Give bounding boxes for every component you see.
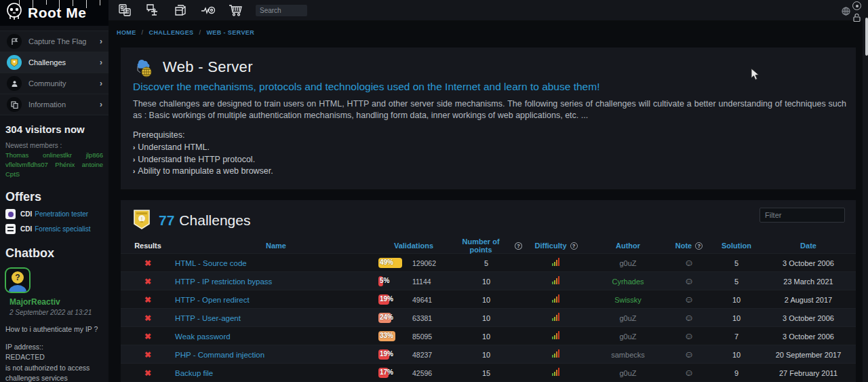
not-validated-icon: ✖ xyxy=(144,313,151,323)
chat-line: IP address:: xyxy=(5,342,103,352)
validation-count: 11144 xyxy=(412,278,431,286)
category-card: Web - Server Discover the mechanisms, pr… xyxy=(121,47,856,189)
member-link[interactable]: onlinestlkr xyxy=(43,151,72,159)
chevron-right-icon: › xyxy=(100,100,102,109)
chat-line: challenges services xyxy=(5,373,103,382)
menu-label: Information xyxy=(28,100,66,109)
prerequisites-list: ›Understand HTML. ›Understand the HTTP p… xyxy=(133,142,273,178)
header-note[interactable]: Note? xyxy=(666,242,712,250)
validation-count: 85095 xyxy=(412,332,432,341)
docs-archive-icon[interactable] xyxy=(172,2,189,18)
validation-count: 63381 xyxy=(412,314,432,322)
member-link[interactable]: Thomas xyxy=(5,151,28,159)
help-icon[interactable]: ? xyxy=(570,242,578,250)
solution-count[interactable]: 7 xyxy=(734,332,738,341)
challenge-badge-icon: ! xyxy=(132,208,152,233)
activity-icon[interactable] xyxy=(200,2,216,18)
cart-icon[interactable] xyxy=(228,2,244,18)
validation-cell: 24% xyxy=(377,309,412,327)
header-results[interactable]: Results xyxy=(121,242,175,250)
challenge-link[interactable]: HTTP - Open redirect xyxy=(175,296,250,304)
sidebar-item-information[interactable]: Information › xyxy=(0,94,108,115)
member-link[interactable]: CptS xyxy=(5,170,20,178)
author-link[interactable]: g0uZ xyxy=(619,259,636,267)
header-name[interactable]: Name xyxy=(175,242,377,250)
breadcrumb-challenges[interactable]: CHALLENGES xyxy=(149,29,194,36)
smiley-note-icon: ☺ xyxy=(684,275,694,286)
author-link[interactable]: Swissky xyxy=(614,296,642,304)
chevron-bullet-icon: › xyxy=(133,156,135,164)
challenge-link[interactable]: PHP - Command injection xyxy=(175,351,264,359)
author-link[interactable]: Cyrhades xyxy=(612,278,644,286)
solution-count[interactable]: 10 xyxy=(732,296,741,304)
target-icon[interactable] xyxy=(852,1,861,10)
points-value: 10 xyxy=(482,278,490,286)
offer-contract-tag: CDI xyxy=(20,210,32,218)
challenge-link[interactable]: HTTP - User-agent xyxy=(175,314,241,322)
help-icon[interactable]: ? xyxy=(695,242,703,250)
author-link[interactable]: sambecks xyxy=(611,351,645,359)
prerequisites-label: Prerequisites: xyxy=(133,130,184,140)
header-author[interactable]: Author xyxy=(590,242,666,250)
header-solution[interactable]: Solution xyxy=(712,242,761,250)
member-link[interactable]: Phénix xyxy=(55,161,75,168)
chat-message: IP address:: REDACTED is not authorized … xyxy=(0,334,108,382)
header-difficulty[interactable]: Difficulty? xyxy=(522,242,590,250)
lock-icon[interactable] xyxy=(852,13,863,25)
solution-count[interactable]: 10 xyxy=(732,351,741,359)
table-row: ✖ Weak password 33% 85095 10 g0uZ ☺ 7 3 … xyxy=(121,326,856,345)
challenge-link[interactable]: Backup file xyxy=(175,369,213,377)
solution-count[interactable]: 5 xyxy=(734,259,738,267)
not-validated-icon: ✖ xyxy=(144,259,151,268)
avatar[interactable]: ? xyxy=(5,267,31,293)
scrollbar-thumb[interactable] xyxy=(865,18,868,56)
search-input[interactable] xyxy=(256,5,307,16)
cloud-globe-icon xyxy=(133,54,156,80)
validation-pct: 5% xyxy=(380,277,389,284)
offer-link[interactable]: Forensic specialist xyxy=(35,225,90,233)
member-link[interactable]: jlp866 xyxy=(86,151,103,159)
header-points[interactable]: Number of points? xyxy=(450,237,522,254)
help-icon[interactable]: ? xyxy=(515,242,522,250)
filter-input[interactable] xyxy=(760,208,845,223)
author-link[interactable]: g0uZ xyxy=(619,369,636,377)
forum-icon[interactable] xyxy=(144,2,161,18)
not-validated-icon: ✖ xyxy=(144,295,151,305)
author-link[interactable]: g0uZ xyxy=(619,332,636,341)
breadcrumb-web-server[interactable]: WEB - SERVER xyxy=(206,29,254,36)
not-validated-icon: ✖ xyxy=(144,350,151,360)
challenges-count: 77 xyxy=(159,212,174,229)
sidebar-item-community[interactable]: Community › xyxy=(0,73,108,94)
scrollbar-track[interactable] xyxy=(863,0,868,382)
offers-title: Offers xyxy=(0,178,108,204)
validation-cell: 19% xyxy=(377,345,412,364)
validation-cell: 19% xyxy=(377,290,412,309)
chat-username-link[interactable]: MajorReactiv xyxy=(0,293,108,307)
header-validations[interactable]: Validations xyxy=(377,242,450,250)
chevron-bullet-icon: › xyxy=(133,144,135,151)
sidebar-item-capture-the-flag[interactable]: Capture The Flag › xyxy=(0,31,108,52)
logo-wordmark: Root Me xyxy=(28,5,86,21)
offer-item: CDI Forensic specialist xyxy=(0,219,108,234)
solution-count[interactable]: 9 xyxy=(734,369,738,377)
challenges-card: ! 77 Challenges Results Name Validations… xyxy=(121,200,856,382)
solution-count[interactable]: 5 xyxy=(734,278,738,286)
challenge-link[interactable]: HTML - Source code xyxy=(175,259,247,267)
offer-link[interactable]: Penetration tester xyxy=(35,210,88,218)
header-date[interactable]: Date xyxy=(761,242,856,250)
category-description: These challenges are designed to train u… xyxy=(133,98,846,121)
author-link[interactable]: g0uZ xyxy=(619,314,636,322)
news-icon[interactable] xyxy=(117,2,133,18)
breadcrumb-home[interactable]: HOME xyxy=(117,29,136,36)
challenge-link[interactable]: HTTP - IP restriction bypass xyxy=(175,278,272,286)
offer-contract-tag: CDI xyxy=(20,225,32,233)
solution-count[interactable]: 10 xyxy=(732,314,741,322)
member-link[interactable]: vfleltvmfldhs07 xyxy=(5,161,48,168)
member-link[interactable]: antoine xyxy=(82,161,103,168)
challenge-link[interactable]: Weak password xyxy=(175,332,231,341)
sidebar-item-challenges[interactable]: Challenges › xyxy=(0,52,108,73)
prerequisite-item: ›Understand HTML. xyxy=(133,142,273,154)
globe-icon[interactable] xyxy=(842,6,850,18)
logo[interactable]: Root Me xyxy=(0,0,108,26)
members-line: vfleltvmfldhs07 Phénix antoine xyxy=(0,159,108,168)
